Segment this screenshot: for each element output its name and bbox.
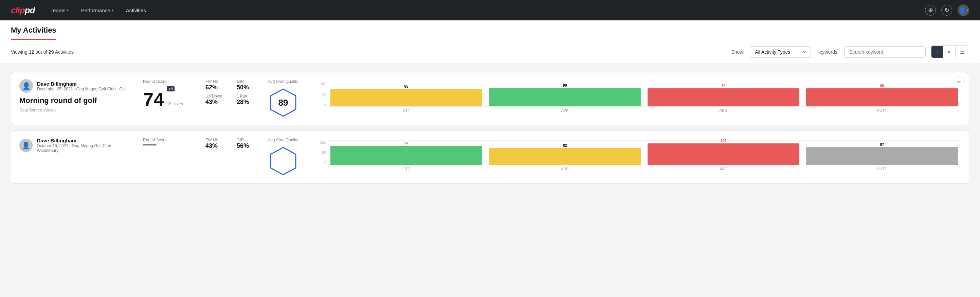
- teams-label: Teams: [51, 8, 65, 13]
- quality-section: Avg Shot Quality 89: [268, 79, 309, 118]
- activities-content: ✏ 👤 Dave Billingham December 05, 2021 · …: [0, 64, 980, 192]
- score-section: Round Score 74 +4 18 Holes: [143, 79, 197, 109]
- bar-group-app: 90: [489, 83, 641, 106]
- performance-label: Performance: [81, 8, 110, 13]
- nav-links: Teams ▾ Performance ▾ Activities: [46, 5, 914, 16]
- x-label-arg: ARG: [648, 109, 799, 112]
- view-list-detail-button[interactable]: ☰: [956, 46, 969, 58]
- y-labels-2: 100 50 0: [317, 141, 326, 165]
- svg-marker-1: [270, 147, 296, 175]
- bar-group-arg-2: 106: [648, 139, 799, 165]
- x-label-arg-2: ARG: [648, 167, 799, 171]
- oneputt-stat: 1 Putt 28%: [237, 94, 260, 106]
- score-badge: +4: [167, 86, 175, 91]
- card-left-2: 👤 Dave Billingham October 16, 2021 · Gog…: [19, 137, 135, 155]
- chart-section: 100 50 0 85 90: [317, 79, 961, 113]
- user-icon: 👤: [959, 6, 966, 14]
- stats-section: FW Hit 62% GIR 50% Up/Down 43% 1 Putt 28…: [205, 79, 260, 106]
- teams-chevron-icon: ▾: [67, 8, 69, 13]
- avg-shot-quality-label-2: Avg Shot Quality: [268, 137, 298, 142]
- user-name-2: Dave Billingham: [37, 137, 135, 144]
- bar-value-putt: 89: [880, 84, 884, 88]
- activity-card-2: 👤 Dave Billingham October 16, 2021 · Gog…: [11, 131, 969, 184]
- x-label-ott-2: OTT: [330, 167, 482, 171]
- oneputt-value: 28%: [237, 99, 260, 106]
- hexagon: 89: [268, 87, 299, 118]
- quality-section-2: Avg Shot Quality: [268, 137, 309, 176]
- fw-hit-stat: FW Hit 62%: [205, 79, 229, 91]
- viewing-suffix: Activities: [55, 49, 74, 55]
- add-button[interactable]: ⊕: [925, 5, 936, 16]
- hexagon-svg-2: [268, 146, 299, 176]
- gir-label: GIR: [237, 79, 260, 84]
- search-input[interactable]: [844, 46, 926, 58]
- bar-value-ott: 85: [404, 84, 408, 88]
- score-section-2: Round Score: [143, 137, 197, 145]
- y-label-0: 0: [317, 102, 326, 106]
- holes-text: 18 Holes: [167, 102, 183, 106]
- user-avatar[interactable]: 👤 ▾: [958, 5, 969, 16]
- gir-stat: GIR 50%: [237, 79, 260, 91]
- nav-activities[interactable]: Activities: [121, 5, 151, 16]
- nav-performance[interactable]: Performance ▾: [76, 5, 119, 16]
- user-avatar-icon-2: 👤: [22, 141, 30, 150]
- score-placeholder: [143, 144, 156, 145]
- logo[interactable]: clippd: [11, 5, 35, 16]
- y-label-50: 50: [317, 92, 326, 96]
- user-info-2: Dave Billingham October 16, 2021 · Gog M…: [37, 137, 135, 153]
- viewing-text: Viewing 12 out of 29 Activities: [11, 49, 725, 55]
- score-value: 74: [143, 90, 164, 109]
- bar-group-arg: 89: [648, 84, 799, 106]
- viewing-mid: out of: [35, 49, 49, 55]
- x-label-ott: OTT: [330, 109, 482, 112]
- list-detail-icon: ☰: [960, 49, 965, 55]
- activity-card: ✏ 👤 Dave Billingham December 05, 2021 · …: [11, 72, 969, 125]
- list-compact-icon: ≡: [935, 49, 939, 55]
- filters-bar: Viewing 12 out of 29 Activities Show: Al…: [0, 40, 980, 64]
- bar-value-putt-2: 87: [880, 142, 884, 147]
- fw-hit-value-2: 43%: [205, 142, 229, 150]
- activity-type-select[interactable]: All Activity Types: [750, 46, 811, 58]
- card-left: 👤 Dave Billingham December 05, 2021 · Go…: [19, 79, 135, 112]
- bar-value-app-2: 82: [563, 144, 567, 147]
- x-labels: OTT APP ARG PUTT: [328, 109, 961, 112]
- stats-grid: FW Hit 62% GIR 50% Up/Down 43% 1 Putt 28…: [205, 79, 260, 106]
- user-row: 👤 Dave Billingham December 05, 2021 · Go…: [19, 79, 135, 93]
- user-meta: December 05, 2021 · Gog Magog Golf Club …: [37, 87, 126, 91]
- bar-app-2: [489, 148, 641, 165]
- y-label-100-2: 100: [317, 141, 326, 144]
- gir-label-2: GIR: [237, 137, 260, 142]
- hexagon-2: [268, 146, 299, 176]
- page-title: My Activities: [11, 26, 56, 40]
- page-header: My Activities: [0, 21, 980, 40]
- bar-value-ott-2: 94: [404, 141, 408, 145]
- profile-chevron-icon: ▾: [967, 8, 969, 12]
- updown-stat: Up/Down 43%: [205, 94, 229, 106]
- view-list-compact-button[interactable]: ≡: [931, 46, 943, 58]
- hexagon-value: 89: [278, 97, 288, 108]
- activities-label: Activities: [126, 8, 146, 13]
- bar-group-app-2: 82: [489, 144, 641, 165]
- view-grid-button[interactable]: ⋖: [943, 46, 956, 58]
- refresh-button[interactable]: ↻: [941, 5, 952, 16]
- fw-hit-label: FW Hit: [205, 79, 229, 84]
- bar-group-putt-2: 87: [806, 142, 958, 165]
- updown-label: Up/Down: [205, 94, 229, 99]
- bar-ott: [330, 89, 482, 106]
- performance-chevron-icon: ▾: [112, 8, 114, 13]
- stats-grid-2: FW Hit 43% GIR 56%: [205, 137, 260, 150]
- round-score-label-2: Round Score: [143, 137, 197, 142]
- updown-value: 43%: [205, 99, 229, 106]
- viewing-total: 29: [49, 49, 54, 55]
- view-toggle: ≡ ⋖ ☰: [931, 46, 969, 58]
- nav-teams[interactable]: Teams ▾: [46, 5, 74, 16]
- bars-container: 85 90 89 89: [328, 82, 961, 106]
- bar-value-arg: 89: [721, 84, 725, 88]
- x-labels-2: OTT APP ARG PUTT: [328, 167, 961, 171]
- user-avatar-icon: 👤: [22, 82, 30, 90]
- avg-shot-quality-label: Avg Shot Quality: [268, 79, 298, 84]
- gridline-bot-2: [328, 165, 961, 165]
- y-label-50-2: 50: [317, 150, 326, 155]
- avatar: 👤: [19, 79, 33, 93]
- bar-putt: [806, 88, 958, 106]
